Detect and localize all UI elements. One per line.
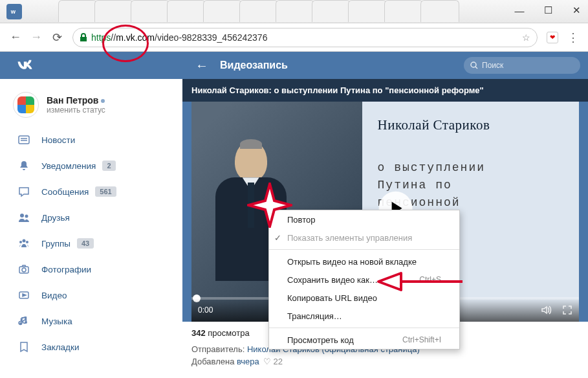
badge: 2 (102, 161, 115, 171)
svg-point-14 (19, 322, 22, 325)
vk-page-title: Видеозапись (220, 60, 464, 71)
video-icon (17, 288, 31, 302)
sidebar-label: Друзья (41, 213, 70, 223)
sidebar-item-notifications[interactable]: Уведомления2 (0, 153, 182, 179)
ctx-item-loop[interactable]: Повтор (269, 210, 459, 228)
video-added-link[interactable]: вчера (237, 357, 259, 366)
url-domain: m.vk.com (116, 32, 155, 43)
check-icon: ✓ (274, 233, 281, 243)
ctx-item-show-controls: ✓Показать элементы управления (269, 228, 459, 247)
badge: 43 (77, 238, 94, 249)
bookmark-icon (17, 340, 31, 354)
vk-back-button[interactable]: ← (195, 58, 208, 73)
ctx-separator (269, 249, 459, 250)
profile-block[interactable]: Ван Петров изменить статус (0, 85, 182, 127)
sidebar-item-friends[interactable]: Друзья (0, 205, 182, 230)
sidebar-label: Фотографии (41, 265, 91, 274)
reload-button[interactable]: ⟳ (47, 27, 67, 48)
browser-menu-icon[interactable]: ⋮ (563, 30, 583, 45)
vk-search-input[interactable]: Поиск (464, 57, 580, 74)
context-menu: Повтор ✓Показать элементы управления Отк… (268, 210, 460, 350)
svg-point-9 (19, 241, 22, 243)
badge: 561 (95, 186, 116, 197)
extension-icon[interactable]: ❤ (547, 32, 558, 43)
video-title: Николай Стариков: о выступлении Путина п… (182, 79, 588, 102)
sidebar-nav: Новости Уведомления2 Сообщения561 Друзья… (0, 127, 182, 360)
sidebar-label: Закладки (41, 342, 79, 352)
inactive-tabs (58, 0, 497, 23)
overlay-name: Николай Стариков (378, 117, 563, 133)
back-button[interactable]: ← (5, 27, 26, 48)
sidebar-item-photos[interactable]: Фотографии (0, 256, 182, 282)
sidebar-label: Видео (41, 291, 67, 300)
sidebar-item-music[interactable]: Музыка (0, 308, 182, 334)
music-icon (17, 314, 31, 328)
sidebar-item-messages[interactable]: Сообщения561 (0, 179, 182, 205)
url-input[interactable]: https // m.vk.com /video-9828339_4562423… (72, 28, 538, 47)
profile-name: Ван Петров (47, 95, 105, 106)
svg-point-12 (22, 268, 26, 272)
ctx-item-save-video-as[interactable]: Сохранить видео как…Ctrl+S (269, 271, 459, 289)
svg-point-6 (20, 214, 24, 217)
svg-point-7 (25, 215, 28, 218)
active-tab-favicon[interactable]: w (6, 4, 22, 19)
url-path: /video-9828339_456242376 (155, 32, 267, 43)
bell-icon (17, 159, 31, 173)
sidebar-label: Новости (41, 135, 75, 145)
sidebar-label: Группы (41, 239, 71, 249)
message-icon (17, 184, 31, 199)
svg-text:w: w (10, 8, 16, 15)
video-added: Добавлена вчера♡ 22 (191, 357, 579, 366)
profile-status[interactable]: изменить статус (47, 106, 105, 115)
vk-header: ← Видеозапись Поиск (0, 52, 588, 79)
svg-point-10 (26, 241, 28, 243)
groups-icon (17, 236, 31, 250)
url-slashes: // (111, 32, 116, 43)
maximize-button[interactable]: ☐ (540, 3, 556, 18)
ctx-item-open-new-tab[interactable]: Открыть видео на новой вкладке (269, 252, 459, 271)
video-time: 0:00 (198, 306, 213, 315)
ctx-separator (269, 328, 459, 328)
svg-point-15 (25, 321, 27, 324)
svg-point-8 (23, 239, 26, 243)
svg-point-1 (471, 62, 476, 67)
ctx-item-copy-url[interactable]: Копировать URL видео (269, 289, 459, 307)
vk-search-placeholder: Поиск (482, 61, 503, 70)
sidebar: Ван Петров изменить статус Новости Уведо… (0, 79, 182, 378)
sidebar-label: Уведомления (41, 161, 96, 171)
svg-rect-3 (19, 136, 29, 144)
forward-button[interactable]: → (26, 27, 47, 48)
window-controls: — ☐ ✕ (512, 3, 584, 18)
like-count[interactable]: ♡ 22 (263, 357, 283, 366)
bookmark-star-icon[interactable]: ☆ (522, 32, 530, 43)
address-bar: ← → ⟳ https // m.vk.com /video-9828339_4… (0, 23, 588, 52)
url-protocol: https (91, 32, 111, 43)
fullscreen-icon[interactable] (562, 305, 572, 315)
friends-icon (17, 210, 31, 225)
ctx-item-inspect[interactable]: Просмотреть кодCtrl+Shift+I (269, 331, 459, 349)
sidebar-label: Сообщения (41, 187, 89, 197)
sidebar-item-bookmarks[interactable]: Закладки (0, 334, 182, 360)
sidebar-label: Музыка (41, 317, 72, 326)
search-icon (470, 61, 478, 69)
close-button[interactable]: ✕ (569, 3, 584, 18)
lock-icon (80, 33, 87, 42)
minimize-button[interactable]: — (512, 3, 527, 18)
volume-icon[interactable] (540, 304, 552, 316)
browser-tab-strip: w — ☐ ✕ (0, 0, 588, 23)
ctx-item-cast[interactable]: Трансляция… (269, 307, 459, 325)
sidebar-item-video[interactable]: Видео (0, 282, 182, 308)
avatar (13, 92, 39, 118)
sidebar-item-news[interactable]: Новости (0, 127, 182, 153)
online-dot-icon (101, 99, 105, 103)
svg-line-2 (475, 67, 477, 69)
sidebar-item-groups[interactable]: Группы43 (0, 230, 182, 256)
news-icon (17, 133, 31, 147)
vk-logo-icon[interactable] (16, 56, 34, 74)
camera-icon (17, 262, 31, 276)
